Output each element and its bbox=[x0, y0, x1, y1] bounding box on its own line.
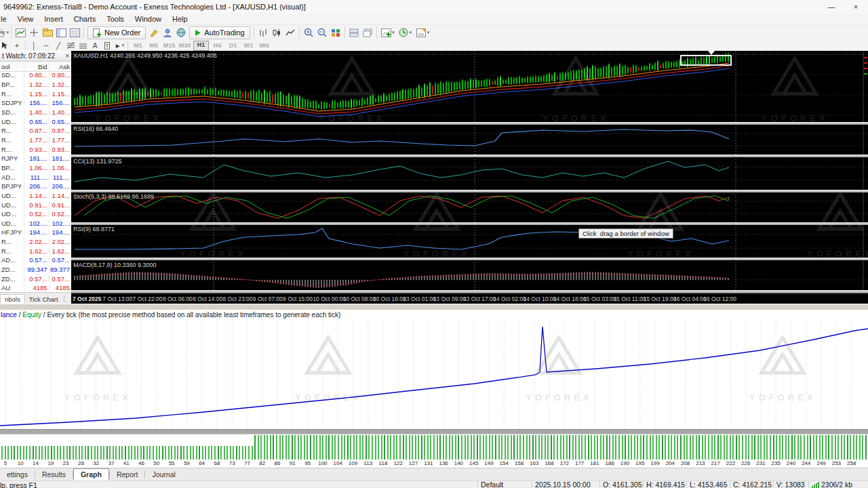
table-row[interactable]: R...0.87...0.87... bbox=[0, 126, 71, 136]
close-button[interactable]: × bbox=[844, 3, 868, 11]
menu-item-help[interactable]: Help bbox=[167, 15, 193, 23]
pane-separator[interactable] bbox=[71, 222, 868, 225]
menu-item-le[interactable]: le bbox=[0, 15, 12, 23]
table-row[interactable]: AD...0.57...0.57... bbox=[0, 256, 71, 265]
horizontal-line-icon[interactable]: ─ bbox=[40, 41, 52, 50]
new-order-button[interactable]: New Order bbox=[87, 26, 146, 39]
histogram-bar bbox=[717, 435, 719, 460]
vertical-line-icon[interactable]: │ bbox=[28, 41, 40, 50]
histogram-bar bbox=[433, 435, 435, 460]
tab-results[interactable]: Results bbox=[35, 468, 73, 481]
tab-tick-chart[interactable]: Tick Chart bbox=[25, 295, 62, 304]
text-tool-icon[interactable]: A bbox=[89, 41, 101, 50]
bar-chart-icon[interactable] bbox=[256, 26, 270, 39]
table-row[interactable]: UD...0.91...0.91... bbox=[0, 200, 71, 209]
timeframe-w1[interactable]: W1 bbox=[241, 41, 256, 50]
data-window-icon[interactable] bbox=[68, 26, 81, 39]
menu-item-view[interactable]: View bbox=[12, 15, 39, 23]
table-row[interactable]: AD...111....111.... bbox=[0, 172, 71, 182]
status-profile[interactable]: Default bbox=[477, 481, 532, 488]
table-row[interactable]: HFJPY194....194.... bbox=[0, 228, 71, 237]
timeframe-m5[interactable]: M5 bbox=[146, 41, 161, 50]
indicators-icon[interactable]: ▾ bbox=[379, 26, 397, 39]
table-row[interactable]: ZD...89.34789.377 bbox=[0, 265, 71, 274]
candlestick-chart-icon[interactable] bbox=[270, 26, 283, 39]
timeframe-m1[interactable]: M1 bbox=[131, 41, 145, 50]
market-watch-close-icon[interactable]: × bbox=[65, 52, 69, 60]
minimize-button[interactable]: — bbox=[819, 3, 844, 11]
tab-ettings[interactable]: ettings bbox=[0, 468, 35, 481]
table-row[interactable]: RJPY181....181.... bbox=[0, 154, 71, 163]
expert-advisors-icon[interactable] bbox=[161, 26, 174, 39]
crosshair-tool-icon[interactable]: + bbox=[11, 41, 23, 50]
ask-cell: 111.... bbox=[50, 174, 71, 181]
printer-icon[interactable]: ▾ bbox=[0, 26, 9, 39]
table-row[interactable]: ZD...0.57...0.57... bbox=[0, 274, 71, 283]
toolbar-separator bbox=[11, 26, 12, 39]
arrange-windows-icon[interactable] bbox=[347, 26, 361, 39]
channels-icon[interactable] bbox=[77, 41, 89, 50]
table-row[interactable]: UD...1.14...1.14... bbox=[0, 191, 71, 201]
table-row[interactable]: UD...102....102.... bbox=[0, 219, 71, 228]
tile-windows-icon[interactable] bbox=[329, 26, 342, 39]
table-row[interactable]: BP...1.06...1.06... bbox=[0, 163, 71, 173]
periods-icon[interactable]: ▾ bbox=[397, 26, 414, 39]
timeframe-m30[interactable]: M30 bbox=[178, 41, 192, 50]
pane-separator[interactable] bbox=[71, 190, 868, 192]
zoom-out-icon[interactable] bbox=[315, 26, 329, 39]
timeframe-m15[interactable]: M15 bbox=[162, 41, 176, 50]
autotrading-button[interactable]: AutoTrading bbox=[189, 26, 250, 39]
table-row[interactable]: BPJPY206....206.... bbox=[0, 182, 71, 191]
menu-item-charts[interactable]: Charts bbox=[68, 15, 101, 23]
pane-separator[interactable] bbox=[71, 122, 868, 125]
table-row[interactable]: R...1.15...1.15... bbox=[0, 89, 71, 98]
legend-equity: Equity bbox=[22, 311, 41, 319]
arrows-tool-icon[interactable]: ►▾ bbox=[113, 41, 125, 50]
menu-item-insert[interactable]: Insert bbox=[39, 15, 68, 23]
tab-report[interactable]: Report bbox=[110, 468, 145, 481]
table-row[interactable]: BP...1.32...1.32... bbox=[0, 80, 71, 89]
line-chart-icon[interactable] bbox=[283, 26, 297, 39]
table-row[interactable]: UD...0.52...0.52... bbox=[0, 209, 71, 219]
chart-area[interactable]: YOFOREXYOFOREXYOFOREXYOFOREXYOFOREXYOFOR… bbox=[71, 51, 868, 304]
bid-cell: 194.... bbox=[24, 228, 49, 236]
scripts-icon[interactable] bbox=[147, 26, 161, 39]
timeframe-h1[interactable]: H1 bbox=[193, 41, 209, 51]
table-row[interactable]: SD...1.40...1.40... bbox=[0, 108, 71, 117]
zoom-in-icon[interactable] bbox=[302, 26, 315, 39]
bid-cell: 0.52... bbox=[24, 210, 49, 218]
menu-item-tools[interactable]: Tools bbox=[101, 15, 130, 23]
timeframe-mn[interactable]: MN bbox=[257, 41, 271, 50]
histogram-bar bbox=[353, 435, 355, 460]
timeframe-h4[interactable]: H4 bbox=[210, 41, 224, 50]
trendline-icon[interactable]: ╱ bbox=[52, 41, 64, 50]
tester-panel: YOFOREXYOFOREXYOFOREXYOFOREX lance / Equ… bbox=[0, 310, 868, 468]
timeframe-d1[interactable]: D1 bbox=[226, 41, 240, 50]
new-chart-icon[interactable] bbox=[14, 26, 27, 39]
profiles-icon[interactable] bbox=[41, 26, 54, 39]
table-row[interactable]: R...0.93...0.93... bbox=[0, 144, 71, 154]
tab-symbols[interactable]: nbols bbox=[0, 294, 25, 304]
histogram-bar bbox=[35, 446, 37, 460]
table-row[interactable]: AU41854185 bbox=[0, 283, 71, 293]
pane-separator[interactable] bbox=[71, 258, 868, 260]
label-tool-icon[interactable]: T bbox=[101, 41, 113, 50]
table-row[interactable]: SD...0.80...0.80... bbox=[0, 70, 71, 80]
tab-journal[interactable]: Journal bbox=[145, 468, 182, 481]
table-row[interactable]: SDJPY156....156.... bbox=[0, 98, 71, 108]
cursor-icon[interactable] bbox=[0, 41, 11, 50]
table-row[interactable]: R...2.02...2.02... bbox=[0, 237, 71, 247]
tester-graph[interactable] bbox=[0, 310, 868, 430]
templates-icon[interactable]: ▾ bbox=[414, 26, 432, 39]
cascade-windows-icon[interactable] bbox=[361, 26, 374, 39]
market-watch-icon[interactable] bbox=[54, 26, 68, 39]
table-row[interactable]: UD...0.65...0.65... bbox=[0, 117, 71, 126]
table-row[interactable]: R...1.77...1.77... bbox=[0, 136, 71, 145]
fibonacci-icon[interactable] bbox=[64, 41, 77, 50]
table-row[interactable]: R...1.62...1.62... bbox=[0, 246, 71, 256]
menu-item-window[interactable]: Window bbox=[130, 15, 167, 23]
tab-graph[interactable]: Graph bbox=[73, 468, 109, 481]
pane-separator[interactable] bbox=[71, 155, 868, 157]
crosshair-icon[interactable] bbox=[27, 26, 41, 39]
globe-icon[interactable] bbox=[174, 26, 188, 39]
